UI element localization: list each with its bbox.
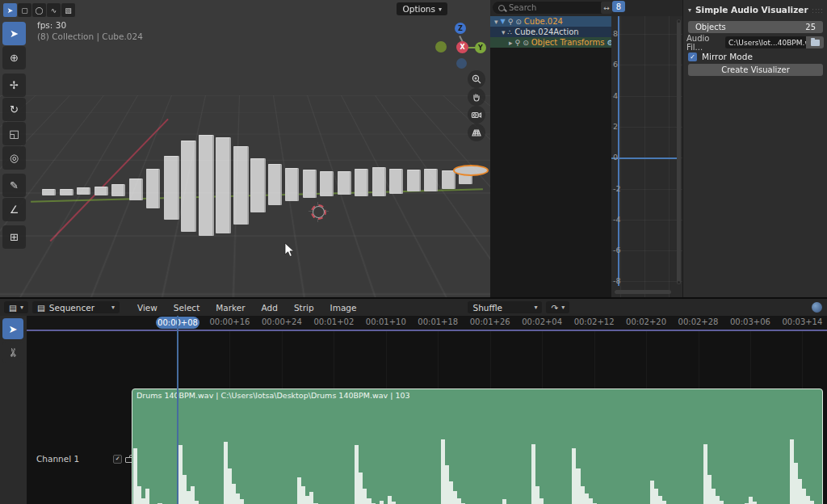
chevron-down-icon[interactable]: ▾ <box>502 28 506 36</box>
gizmo-z-axis[interactable]: Z <box>455 23 466 34</box>
measure-tool-button[interactable]: ∠ <box>2 198 26 221</box>
visualizer-bar[interactable] <box>442 170 455 189</box>
visualizer-bar[interactable] <box>250 158 266 212</box>
visualizer-bar[interactable] <box>424 169 438 191</box>
visualizer-bar[interactable] <box>60 189 73 195</box>
gizmo-x-axis[interactable]: X <box>456 41 468 53</box>
menu-add[interactable]: Add <box>254 303 286 313</box>
timeline-ruler[interactable]: 00:00+08 00:00+1600:00+2400:01+0200:01+1… <box>27 316 827 330</box>
menu-image[interactable]: Image <box>322 303 365 313</box>
create-visualizer-button[interactable]: Create Visualizer <box>688 64 823 76</box>
selected-object-outline[interactable] <box>453 165 489 176</box>
sequencer-view-select[interactable]: ▤ Sequencer ▾ <box>32 301 120 313</box>
channel-row-object-transforms[interactable]: ▸⚲⊙Object Transforms⚙✓ <box>490 37 611 48</box>
overlap-mode-select[interactable]: Shuffle ▾ <box>468 301 542 313</box>
visualizer-bar[interactable] <box>111 184 125 196</box>
curve-area[interactable]: 86420-2-4-6-8 <box>611 16 682 297</box>
visualizer-bar[interactable] <box>407 170 421 191</box>
menu-strip[interactable]: Strip <box>286 303 322 313</box>
tweak-mode-button[interactable]: ➤ <box>3 3 17 17</box>
select-circle-mode-button[interactable]: ◯ <box>32 3 46 17</box>
menu-view[interactable]: View <box>129 303 166 313</box>
panel-header[interactable]: ▾ Simple Audio Visualizer <box>688 5 808 15</box>
camera-view-button[interactable] <box>468 106 485 124</box>
sequencer-view-label: Sequencer <box>49 303 94 313</box>
visualizer-bar[interactable] <box>389 169 403 194</box>
visualizer-bar[interactable] <box>42 189 56 195</box>
pan-icon <box>471 91 482 103</box>
channel-row-cube-024action[interactable]: ▾∴Cube.024Action <box>490 27 611 37</box>
sequencer-playhead[interactable] <box>177 316 178 504</box>
channel-mute-checkbox[interactable]: ✓ <box>113 455 122 464</box>
search-input[interactable]: Search <box>493 2 609 14</box>
gizmo-x-label: X <box>460 44 464 51</box>
visualizer-bar[interactable] <box>303 170 317 198</box>
select-tool-button[interactable]: ➤ <box>2 318 23 339</box>
visualizer-bar[interactable] <box>77 187 90 195</box>
mirror-mode-checkbox[interactable]: ✓ <box>688 52 697 61</box>
chevron-down-icon: ▾ <box>439 6 442 13</box>
overlay-toggle-icon[interactable] <box>812 302 822 313</box>
visualizer-bar[interactable] <box>268 164 282 205</box>
rotate-tool-button[interactable]: ↻ <box>2 98 26 121</box>
gizmo-neg-z-axis[interactable] <box>456 58 467 69</box>
panel-grip-icon[interactable]: :::: <box>812 7 824 15</box>
pan-button[interactable] <box>468 88 485 106</box>
visualizer-bar[interactable] <box>199 135 214 236</box>
visualizer-bar[interactable] <box>129 178 143 200</box>
menu-select[interactable]: Select <box>166 303 208 313</box>
snap-button[interactable]: ↷ ▾ <box>546 301 569 313</box>
mesh-triangle-icon: ▼ <box>501 18 506 25</box>
move-tool-button[interactable]: ✢ <box>2 74 26 97</box>
toggle-ortho-button[interactable] <box>468 124 485 141</box>
menu-marker[interactable]: Marker <box>208 303 253 313</box>
options-button[interactable]: Options ▾ <box>397 2 447 15</box>
chevron-down-icon: ▾ <box>534 304 537 311</box>
gizmo-neg-x-axis[interactable] <box>435 41 447 52</box>
arrows-horizontal-icon[interactable]: ↔ <box>601 2 612 14</box>
zoom-button[interactable] <box>468 70 485 88</box>
editor-type-button[interactable]: ▤ ▾ <box>4 301 28 313</box>
horizontal-scrollbar[interactable] <box>615 290 671 294</box>
objects-slider[interactable]: Objects 25 <box>688 21 823 33</box>
visualizer-bar[interactable] <box>372 167 386 196</box>
graph-frame-badge[interactable]: 8 <box>612 1 625 12</box>
video-sequencer[interactable]: ▤ ▾ ▤ Sequencer ▾ ViewSelectMarkerAddStr… <box>0 297 827 504</box>
scale-tool-button[interactable]: ◱ <box>2 122 26 145</box>
strips-icon: ▤ <box>37 303 45 313</box>
waveform-bar <box>145 489 149 504</box>
3d-viewport[interactable]: ➤▢◯∿▧ fps: 30 (8) Collection | Cube.024 … <box>0 0 492 297</box>
open-file-button[interactable] <box>806 36 824 48</box>
blade-tool-button[interactable]: ✄ <box>2 342 23 363</box>
visualizer-bar[interactable] <box>181 141 196 232</box>
sequencer-header: ▤ ▾ ▤ Sequencer ▾ ViewSelectMarkerAddStr… <box>0 299 827 317</box>
select-lasso-mode-button[interactable]: ∿ <box>47 3 61 17</box>
graph-editor[interactable]: Search ↔ 8 ▾▼⚲⊙Cube.024▾∴Cube.024Action▸… <box>490 0 682 297</box>
chevron-down-icon[interactable]: ▾ <box>494 18 498 26</box>
audio-strip[interactable]: Drums 140BPM.wav | C:\Users\lotsa\Deskto… <box>132 388 823 504</box>
cursor-tool-button[interactable]: ⊕ <box>2 46 26 69</box>
audio-file-field[interactable]: C:\Users\lot...40BPM.wav <box>725 36 806 48</box>
visualizer-bar[interactable] <box>94 187 108 195</box>
visualizer-bar[interactable] <box>233 146 249 225</box>
visualizer-bar[interactable] <box>216 137 231 233</box>
visualizer-bar[interactable] <box>285 168 299 201</box>
vertical-scrollbar[interactable] <box>677 19 681 284</box>
annotate-icon: ✎ <box>10 179 19 191</box>
visualizer-bar[interactable] <box>146 169 160 208</box>
visualizer-bar[interactable] <box>320 171 334 196</box>
visualizer-bar[interactable] <box>338 171 351 195</box>
annotate-tool-button[interactable]: ✎ <box>2 174 26 197</box>
chevron-right-icon[interactable]: ▸ <box>509 39 513 47</box>
timeline-area[interactable]: Channel 1 ✓ Drums 140BPM.wav | C:\Users\… <box>27 331 827 504</box>
channel-row-cube-024[interactable]: ▾▼⚲⊙Cube.024 <box>490 16 611 27</box>
transform-tool-button[interactable]: ◎ <box>2 146 26 170</box>
eye-icon: ⊙ <box>515 18 522 26</box>
visualizer-bar[interactable] <box>355 169 368 196</box>
select-paint-mode-button[interactable]: ▧ <box>61 3 75 17</box>
gizmo-y-axis[interactable]: Y <box>475 42 486 53</box>
add-cube-tool-button[interactable]: ⊞ <box>2 225 26 249</box>
visualizer-bar[interactable] <box>164 156 179 220</box>
select-box-mode-button[interactable]: ▢ <box>18 3 31 17</box>
select-box-tool-button[interactable]: ➤ <box>2 22 26 45</box>
